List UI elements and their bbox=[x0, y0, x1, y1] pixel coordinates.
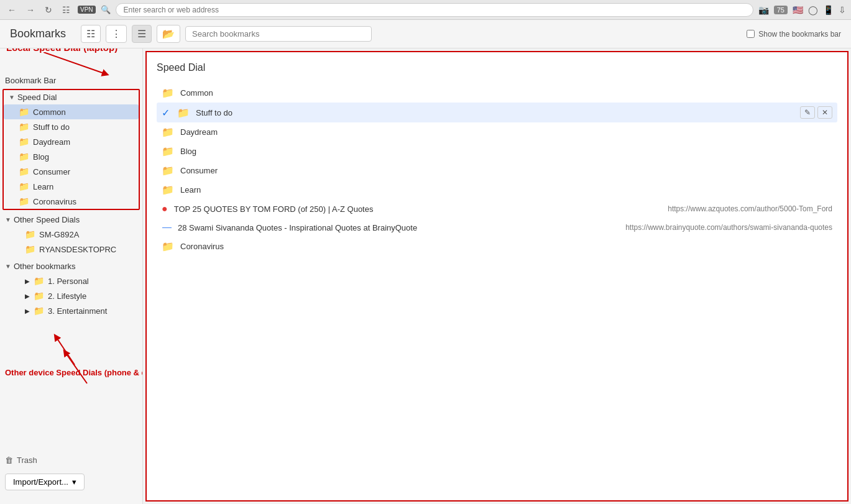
import-export-button[interactable]: Import/Export... ▾ bbox=[5, 474, 85, 490]
sidebar-item-label: Learn bbox=[33, 182, 53, 191]
bookmark-name: Consumer bbox=[180, 166, 832, 175]
sidebar-item-label: Consumer bbox=[33, 167, 70, 176]
delete-button[interactable]: ✕ bbox=[817, 106, 832, 119]
bookmark-url: https://www.azquotes.com/author/5000-Tom… bbox=[506, 204, 832, 213]
speed-dial-section: ▼ Speed Dial 📁 Common 📁 Stuff to do 📁 Da… bbox=[2, 89, 140, 210]
show-bar-text: Show the bookmarks bar bbox=[758, 30, 841, 39]
trash-item[interactable]: 🗑 Trash bbox=[0, 452, 142, 469]
sidebar-item-label: RYANSDESKTOPRC bbox=[39, 245, 116, 254]
folder-icon: 📁 bbox=[162, 165, 174, 176]
sidebar-item-lifestyle[interactable]: ▶ 📁 2. Lifestyle bbox=[0, 288, 142, 303]
battery-badge: 75 bbox=[774, 6, 788, 14]
show-bar-checkbox[interactable] bbox=[747, 30, 755, 38]
sidebar-item-consumer[interactable]: 📁 Consumer bbox=[4, 164, 139, 179]
bookmark-row-tom-ford[interactable]: ● TOP 25 QUOTES BY TOM FORD (of 250) | A… bbox=[157, 199, 837, 218]
browser-icons: 📷 75 🇺🇸 ◯ 📱 ⇩ bbox=[758, 5, 846, 15]
bookmark-row-swami[interactable]: ⸻ 28 Swami Sivananda Quotes - Inspiratio… bbox=[157, 218, 837, 237]
list-button[interactable]: ☰ bbox=[132, 25, 152, 43]
bookmark-name: Common bbox=[180, 88, 832, 98]
show-bar-label[interactable]: Show the bookmarks bar bbox=[747, 30, 841, 39]
sidebar-item-entertainment[interactable]: ▶ 📁 3. Entertainment bbox=[0, 303, 142, 318]
svg-line-2 bbox=[65, 352, 87, 383]
dropdown-arrow-icon: ▾ bbox=[72, 477, 76, 487]
sidebar-bookmark-bar[interactable]: Bookmark Bar bbox=[0, 73, 142, 88]
other-speed-dials-header[interactable]: ▼ Other Speed Dials bbox=[0, 213, 142, 227]
add-folder-button[interactable]: 📂 bbox=[157, 25, 180, 43]
speed-dial-header[interactable]: ▼ Speed Dial bbox=[4, 90, 139, 104]
sidebar-item-label: Common bbox=[33, 108, 66, 117]
folder-icon: 📁 bbox=[19, 181, 29, 191]
sidebar-item-daydream[interactable]: 📁 Daydream bbox=[4, 134, 139, 149]
bookmark-name: Stuff to do bbox=[196, 108, 794, 117]
address-bar[interactable] bbox=[116, 3, 753, 17]
bookmark-row-consumer[interactable]: 📁 Consumer bbox=[157, 161, 837, 180]
folder-icon: 📁 bbox=[34, 291, 44, 301]
sidebar-item-learn[interactable]: 📁 Learn bbox=[4, 179, 139, 194]
sidebar-item-label: 1. Personal bbox=[48, 277, 89, 286]
expand-arrow: ▶ bbox=[25, 293, 30, 300]
browser-chrome: ← → ↻ ☷ VPN 🔍 📷 75 🇺🇸 ◯ 📱 ⇩ bbox=[0, 0, 851, 20]
sidebar-item-common[interactable]: 📁 Common bbox=[4, 104, 139, 119]
bookmark-row-coronavirus[interactable]: 📁 Coronavirus bbox=[157, 237, 837, 256]
bookmark-row-daydream[interactable]: 📁 Daydream bbox=[157, 122, 837, 142]
check-icon: ✓ bbox=[162, 107, 170, 119]
folder-icon: 📁 bbox=[162, 87, 174, 99]
sidebar-item-ryansdesktoprc[interactable]: 📁 RYANSDESKTOPRC bbox=[0, 242, 142, 257]
grid-small-button[interactable]: ☷ bbox=[81, 25, 101, 43]
bookmark-name: TOP 25 QUOTES BY TOM FORD (of 250) | A-Z… bbox=[174, 204, 500, 214]
bookmark-name: Learn bbox=[180, 185, 832, 195]
forward-button[interactable]: → bbox=[24, 4, 37, 16]
bookmark-url: https://www.brainyquote.com/authors/swam… bbox=[508, 223, 833, 232]
folder-icon: 📁 bbox=[19, 167, 29, 176]
search-icon: 🔍 bbox=[101, 5, 111, 14]
sidebar-item-personal[interactable]: ▶ 📁 1. Personal bbox=[0, 273, 142, 288]
camera-icon: 📷 bbox=[758, 5, 769, 15]
speed-dial-arrow: ▼ bbox=[9, 94, 15, 101]
sidebar-item-blog[interactable]: 📁 Blog bbox=[4, 149, 139, 164]
bookmark-row-common[interactable]: 📁 Common bbox=[157, 83, 837, 103]
bookmarks-toolbar: Bookmarks ☷ ⋮ ☰ 📂 Show the bookmarks bar bbox=[0, 20, 851, 48]
bookmark-row-blog[interactable]: 📁 Blog bbox=[157, 142, 837, 161]
extension-icon: 📱 bbox=[823, 5, 834, 15]
folder-icon: 📁 bbox=[162, 126, 174, 138]
annotation-local-speed-dial: Local Speed Dial (laptop) bbox=[6, 48, 117, 53]
sidebar-item-label: 3. Entertainment bbox=[48, 306, 107, 316]
panel-title: Speed Dial bbox=[157, 62, 837, 73]
vpn-badge: VPN bbox=[78, 6, 96, 14]
other-bookmarks-label: Other bookmarks bbox=[14, 262, 76, 271]
speed-dial-label: Speed Dial bbox=[17, 93, 57, 102]
search-input[interactable] bbox=[185, 26, 372, 42]
sidebar-item-coronavirus[interactable]: 📁 Coronavirus bbox=[4, 194, 139, 209]
sidebar: Local Speed Dial (laptop) Bookmark Bar ▼… bbox=[0, 48, 143, 504]
folder-icon: 📁 bbox=[34, 306, 44, 316]
bookmark-name: Daydream bbox=[180, 127, 832, 137]
other-bookmarks-header[interactable]: ▼ Other bookmarks bbox=[0, 259, 142, 273]
sidebar-item-stuff-to-do[interactable]: 📁 Stuff to do bbox=[4, 119, 139, 134]
page-title: Bookmarks bbox=[10, 27, 66, 40]
edit-button[interactable]: ✎ bbox=[800, 106, 815, 119]
folder-icon: 📁 bbox=[19, 122, 29, 132]
trash-label: Trash bbox=[17, 456, 37, 465]
page: Bookmarks ☷ ⋮ ☰ 📂 Show the bookmarks bar… bbox=[0, 20, 851, 504]
folder-icon: 📁 bbox=[19, 107, 29, 117]
reload-button[interactable]: ↻ bbox=[42, 4, 55, 16]
other-speed-dials-label: Other Speed Dials bbox=[14, 215, 80, 224]
annotation-arrow-3 bbox=[62, 349, 112, 387]
bookmark-row-learn[interactable]: 📁 Learn bbox=[157, 180, 837, 199]
grid-large-button[interactable]: ⋮ bbox=[106, 25, 127, 43]
sidebar-item-label: Blog bbox=[33, 152, 49, 162]
folder-icon: 📁 bbox=[34, 276, 44, 286]
main-panel: Speed Dial 📁 Common ✓ 📁 Stuff to do ✎ ✕ … bbox=[145, 51, 849, 502]
sidebar-item-sm-g892a[interactable]: 📁 SM-G892A bbox=[0, 227, 142, 242]
sidebar-item-label: SM-G892A bbox=[39, 230, 79, 239]
bookmark-name: Blog bbox=[180, 147, 832, 156]
folder-icon: 📁 bbox=[162, 145, 174, 157]
site-icon-multi: ⸻ bbox=[162, 222, 172, 233]
sidebar-item-label: 2. Lifestyle bbox=[48, 291, 86, 301]
tabs-button[interactable]: ☷ bbox=[60, 4, 73, 16]
bookmark-bar-label: Bookmark Bar bbox=[5, 76, 56, 85]
back-button[interactable]: ← bbox=[5, 4, 19, 16]
bookmark-row-stuff-to-do[interactable]: ✓ 📁 Stuff to do ✎ ✕ bbox=[157, 103, 837, 122]
folder-icon: 📁 bbox=[19, 137, 29, 147]
folder-icon: 📁 bbox=[19, 196, 29, 206]
